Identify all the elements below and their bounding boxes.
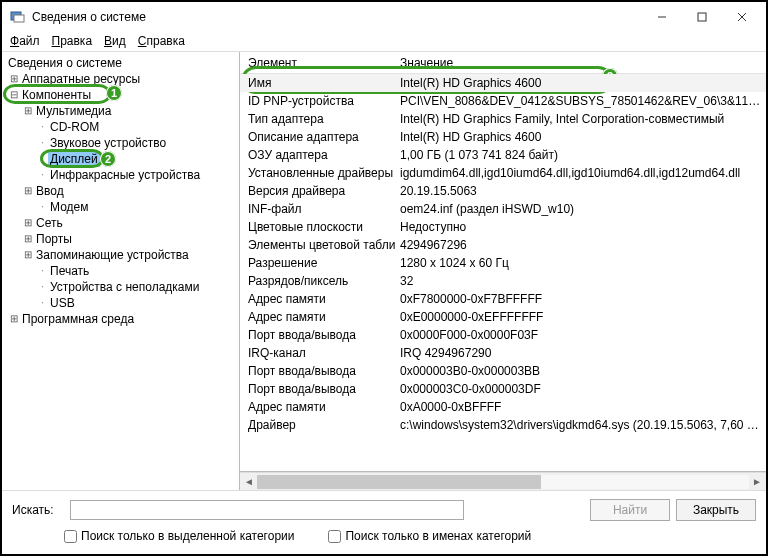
checkbox-selected-category-input[interactable] bbox=[64, 530, 77, 543]
window-title: Сведения о системе bbox=[32, 10, 146, 24]
grid-row[interactable]: Адрес памяти0xE0000000-0xEFFFFFFF bbox=[240, 308, 766, 326]
cell-value: oem24.inf (раздел iHSWD_w10) bbox=[396, 202, 766, 216]
collapse-icon[interactable]: ⊟ bbox=[8, 87, 20, 103]
cell-element: Тип адаптера bbox=[240, 112, 396, 126]
grid-row[interactable]: ИмяIntel(R) HD Graphics 4600 bbox=[240, 74, 766, 92]
tree-usb[interactable]: ·USB bbox=[6, 295, 239, 311]
search-input[interactable] bbox=[70, 500, 464, 520]
minimize-button[interactable] bbox=[642, 3, 682, 31]
tree-leaf-icon: · bbox=[36, 167, 48, 183]
svg-rect-3 bbox=[698, 13, 706, 21]
cell-element: INF-файл bbox=[240, 202, 396, 216]
grid-row[interactable]: Порт ввода/вывода0x0000F000-0x0000F03F bbox=[240, 326, 766, 344]
grid-row[interactable]: ID PNP-устройстваPCI\VEN_8086&DEV_0412&S… bbox=[240, 92, 766, 110]
grid-row[interactable]: Адрес памяти0xF7800000-0xF7BFFFFF bbox=[240, 290, 766, 308]
cell-element: Порт ввода/вывода bbox=[240, 328, 396, 342]
maximize-button[interactable] bbox=[682, 3, 722, 31]
expand-icon[interactable]: ⊞ bbox=[22, 103, 34, 119]
category-tree[interactable]: Сведения о системе ⊞Аппаратные ресурсы ⊟… bbox=[2, 52, 240, 490]
close-button[interactable] bbox=[722, 3, 762, 31]
scroll-left-icon[interactable]: ◄ bbox=[241, 476, 257, 487]
tree-components[interactable]: ⊟Компоненты 1 bbox=[6, 87, 239, 103]
tree-leaf-icon: · bbox=[36, 135, 48, 151]
checkbox-selected-category[interactable]: Поиск только в выделенной категории bbox=[64, 529, 294, 543]
column-value[interactable]: Значение bbox=[396, 56, 766, 70]
menu-edit[interactable]: Правка bbox=[52, 34, 93, 48]
horizontal-scrollbar[interactable]: ◄ ► bbox=[240, 472, 766, 490]
grid-row[interactable]: Порт ввода/вывода0x000003C0-0x000003DF bbox=[240, 380, 766, 398]
tree-printing[interactable]: ·Печать bbox=[6, 263, 239, 279]
cell-element: Разрядов/пиксель bbox=[240, 274, 396, 288]
cell-element: Порт ввода/вывода bbox=[240, 364, 396, 378]
grid-row[interactable]: Версия драйвера20.19.15.5063 bbox=[240, 182, 766, 200]
cell-element: Порт ввода/вывода bbox=[240, 382, 396, 396]
grid-row[interactable]: Цветовые плоскостиНедоступно bbox=[240, 218, 766, 236]
cell-element: Описание адаптера bbox=[240, 130, 396, 144]
column-element[interactable]: Элемент bbox=[240, 56, 396, 70]
cell-value: 0x000003B0-0x000003BB bbox=[396, 364, 766, 378]
cell-element: Элементы цветовой таблицы bbox=[240, 238, 396, 252]
scroll-right-icon[interactable]: ► bbox=[749, 476, 765, 487]
cell-element: Установленные драйверы bbox=[240, 166, 396, 180]
grid-row[interactable]: ОЗУ адаптера1,00 ГБ (1 073 741 824 байт) bbox=[240, 146, 766, 164]
grid-row[interactable]: Установленные драйверыigdumdim64.dll,igd… bbox=[240, 164, 766, 182]
grid-header: Элемент Значение 3 bbox=[240, 52, 766, 74]
menu-help[interactable]: Справка bbox=[138, 34, 185, 48]
cell-value: 0x0000F000-0x0000F03F bbox=[396, 328, 766, 342]
grid-row[interactable]: IRQ-каналIRQ 4294967290 bbox=[240, 344, 766, 362]
cell-value: 0xA0000-0xBFFFF bbox=[396, 400, 766, 414]
grid-row[interactable]: INF-файлoem24.inf (раздел iHSWD_w10) bbox=[240, 200, 766, 218]
grid-row[interactable]: Элементы цветовой таблицы4294967296 bbox=[240, 236, 766, 254]
tree-system-summary[interactable]: Сведения о системе bbox=[6, 55, 239, 71]
grid-row[interactable]: Драйверc:\windows\system32\drivers\igdkm… bbox=[240, 416, 766, 434]
grid-row[interactable]: Тип адаптераIntel(R) HD Graphics Family,… bbox=[240, 110, 766, 128]
expand-icon[interactable]: ⊞ bbox=[22, 247, 34, 263]
tree-display[interactable]: ·Дисплей 2 bbox=[6, 151, 239, 167]
close-search-button[interactable]: Закрыть bbox=[676, 499, 756, 521]
expand-icon[interactable]: ⊞ bbox=[22, 231, 34, 247]
tree-hardware[interactable]: ⊞Аппаратные ресурсы bbox=[6, 71, 239, 87]
cell-element: ОЗУ адаптера bbox=[240, 148, 396, 162]
tree-sound[interactable]: ·Звуковое устройство bbox=[6, 135, 239, 151]
svg-rect-1 bbox=[14, 15, 24, 22]
content-area: Сведения о системе ⊞Аппаратные ресурсы ⊟… bbox=[2, 52, 766, 490]
grid-row[interactable]: Разрешение1280 x 1024 x 60 Гц bbox=[240, 254, 766, 272]
tree-modem[interactable]: ·Модем bbox=[6, 199, 239, 215]
cell-value: Недоступно bbox=[396, 220, 766, 234]
tree-leaf-icon: · bbox=[36, 151, 48, 167]
expand-icon[interactable]: ⊞ bbox=[8, 311, 20, 327]
annotation-badge-1: 1 bbox=[106, 85, 122, 101]
checkbox-names-only-input[interactable] bbox=[328, 530, 341, 543]
expand-icon[interactable]: ⊞ bbox=[22, 183, 34, 199]
cell-value: Intel(R) HD Graphics Family, Intel Corpo… bbox=[396, 112, 766, 126]
grid-body[interactable]: ИмяIntel(R) HD Graphics 4600ID PNP-устро… bbox=[240, 74, 766, 471]
checkbox-names-only[interactable]: Поиск только в именах категорий bbox=[328, 529, 531, 543]
scroll-track[interactable] bbox=[257, 475, 749, 489]
expand-icon[interactable]: ⊞ bbox=[22, 215, 34, 231]
tree-infrared[interactable]: ·Инфракрасные устройства bbox=[6, 167, 239, 183]
menu-view[interactable]: Вид bbox=[104, 34, 126, 48]
tree-cdrom[interactable]: ·CD-ROM bbox=[6, 119, 239, 135]
scroll-thumb[interactable] bbox=[257, 475, 541, 489]
tree-problem-devices[interactable]: ·Устройства с неполадками bbox=[6, 279, 239, 295]
expand-icon[interactable]: ⊞ bbox=[8, 71, 20, 87]
tree-leaf-icon: · bbox=[36, 295, 48, 311]
cell-value: 4294967296 bbox=[396, 238, 766, 252]
tree-multimedia[interactable]: ⊞Мультимедиа bbox=[6, 103, 239, 119]
tree-storage[interactable]: ⊞Запоминающие устройства bbox=[6, 247, 239, 263]
grid-row[interactable]: Порт ввода/вывода0x000003B0-0x000003BB bbox=[240, 362, 766, 380]
menu-file[interactable]: Файл bbox=[10, 34, 40, 48]
grid-row[interactable]: Разрядов/пиксель32 bbox=[240, 272, 766, 290]
tree-network[interactable]: ⊞Сеть bbox=[6, 215, 239, 231]
grid-row[interactable]: Адрес памяти0xA0000-0xBFFFF bbox=[240, 398, 766, 416]
tree-leaf-icon: · bbox=[36, 199, 48, 215]
cell-value: 1280 x 1024 x 60 Гц bbox=[396, 256, 766, 270]
cell-value: Intel(R) HD Graphics 4600 bbox=[396, 130, 766, 144]
grid-row[interactable]: Описание адаптераIntel(R) HD Graphics 46… bbox=[240, 128, 766, 146]
cell-element: Адрес памяти bbox=[240, 292, 396, 306]
tree-ports[interactable]: ⊞Порты bbox=[6, 231, 239, 247]
tree-input[interactable]: ⊞Ввод bbox=[6, 183, 239, 199]
tree-software[interactable]: ⊞Программная среда bbox=[6, 311, 239, 327]
cell-value: 0xE0000000-0xEFFFFFFF bbox=[396, 310, 766, 324]
find-button[interactable]: Найти bbox=[590, 499, 670, 521]
